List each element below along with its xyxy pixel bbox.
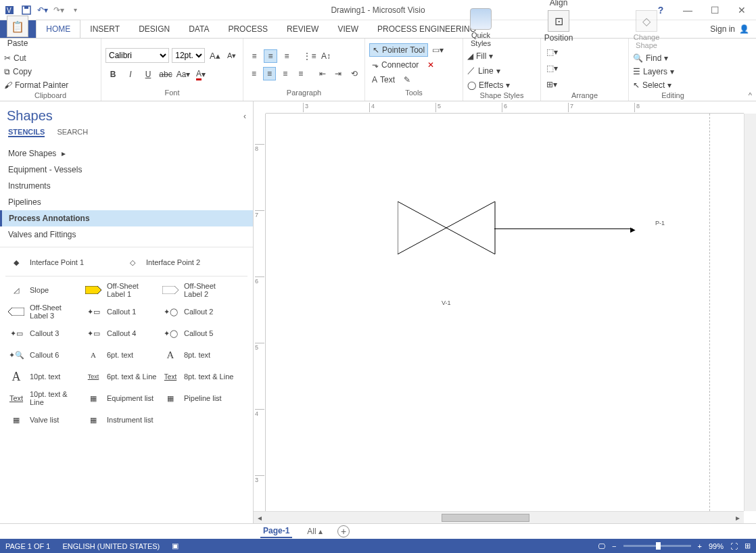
page-tab-all[interactable]: All ▴ [304,525,325,537]
shape-offsheet-label-2[interactable]: Off-Sheet Label 2 [160,279,237,301]
grow-font-button[interactable]: A▴ [208,48,222,63]
align-top-button[interactable]: ≡ [247,49,261,63]
zoom-out-button[interactable]: − [612,542,616,550]
rectangle-tool-button[interactable]: ▭▾ [431,43,444,57]
stencil-process-annotations[interactable]: Process Annotations [0,210,253,226]
connector-tool-button[interactable]: ⬎Connector [369,59,421,71]
layers-button[interactable]: ☰Layers▾ [633,66,674,78]
find-button[interactable]: 🔍Find▾ [633,52,674,64]
tab-data[interactable]: DATA [179,20,218,38]
quick-styles-button[interactable]: Quick Styles [467,8,494,47]
paste-button[interactable]: 📋 Paste [4,16,31,48]
font-color-button[interactable]: A▾ [193,67,208,82]
qat-customize-icon[interactable]: ▾ [69,4,81,16]
bold-button[interactable]: B [105,67,120,82]
save-icon[interactable] [20,4,32,16]
shape-callout-4[interactable]: ✦▭Callout 4 [82,322,160,344]
vertical-scrollbar[interactable] [744,114,756,511]
shape-10pt-text-line[interactable]: Text10pt. text & Line [5,387,82,409]
zoom-level[interactable]: 99% [709,542,724,550]
effects-button[interactable]: ◯Effects▾ [467,79,510,91]
align-justify-button[interactable]: ≡ [294,67,307,80]
send-back-button[interactable]: ⬚▾ [545,62,559,75]
align-right-button[interactable]: ≡ [279,67,291,80]
bullets-button[interactable]: ⋮≡ [303,49,316,63]
stencil-pipelines[interactable]: Pipelines [8,194,245,210]
shape-callout-6[interactable]: ✦🔍Callout 6 [5,344,82,366]
shape-callout-3[interactable]: ✦▭Callout 3 [5,322,82,344]
tab-view[interactable]: VIEW [328,20,368,38]
fit-page-icon[interactable]: ⛶ [730,542,738,550]
horizontal-scrollbar[interactable]: ◂ ▸ [254,511,744,523]
font-size-combo[interactable]: 12pt. [172,48,205,63]
add-page-button[interactable]: + [337,525,350,537]
shape-6pt-text[interactable]: A6pt. text [82,344,160,366]
presentation-mode-icon[interactable]: 🖵 [598,542,605,550]
shape-interface-point-2[interactable]: ◇Interface Point 2 [122,251,238,273]
shape-8pt-text[interactable]: A8pt. text [160,344,237,366]
zoom-in-button[interactable]: + [698,542,702,550]
format-painter-button[interactable]: 🖌Format Painter [4,79,68,91]
shape-slope[interactable]: ◿Slope [5,279,82,301]
line-button[interactable]: ／Line▾ [467,64,510,78]
text-tool-button[interactable]: AText [369,74,398,86]
change-shape-button[interactable]: ◇Change Shape [633,10,660,49]
decrease-indent-button[interactable]: ⇤ [316,67,329,80]
redo-icon[interactable]: ↷▾ [53,4,65,16]
scroll-right-button[interactable]: ▸ [732,513,744,523]
more-shapes-item[interactable]: More Shapes▸ [8,145,245,162]
stencils-tab[interactable]: STENCILS [8,128,45,137]
shrink-font-button[interactable]: A▾ [225,48,239,63]
undo-icon[interactable]: ↶▾ [37,4,49,16]
align-button[interactable]: ⊞Align [545,0,572,7]
shape-equipment-list[interactable]: ▦Equipment list [82,387,160,409]
search-tab[interactable]: SEARCH [57,128,88,137]
tab-process[interactable]: PROCESS [218,20,277,38]
font-name-combo[interactable]: Calibri [105,48,169,63]
drawing-canvas[interactable]: V-1 ▶ P-1 [266,114,744,511]
stencil-valves-fittings[interactable]: Valves and Fittings [8,226,245,243]
increase-indent-button[interactable]: ⇥ [332,67,345,80]
shape-6pt-text-line[interactable]: Text6pt. text & Line [82,366,160,387]
scroll-thumb[interactable] [442,514,529,522]
select-button[interactable]: ↖Select▾ [633,79,674,91]
shape-instrument-list[interactable]: ▦Instrument list [82,409,160,431]
align-left-button[interactable]: ≡ [247,67,260,80]
zoom-slider[interactable] [623,545,691,547]
shape-callout-2[interactable]: ✦◯Callout 2 [160,301,237,322]
cut-button[interactable]: ✂Cut [4,52,68,64]
italic-button[interactable]: I [123,67,138,82]
status-language[interactable]: ENGLISH (UNITED STATES) [62,542,160,550]
rotate-text-button[interactable]: ⟲ [348,67,360,80]
shape-8pt-text-line[interactable]: Text8pt. text & Line [160,366,237,387]
underline-button[interactable]: U [141,67,156,82]
shapes-collapse-button[interactable]: ‹ [243,112,246,121]
shape-valve-list[interactable]: ▦Valve list [5,409,82,431]
group-button[interactable]: ⊞▾ [545,78,559,91]
shape-offsheet-label-1[interactable]: Off-Sheet Label 1 [82,279,160,301]
shape-interface-point-1[interactable]: ◆Interface Point 1 [5,251,122,273]
valve-shape[interactable] [398,201,496,256]
freeform-tool-button[interactable]: ✎ [400,73,414,87]
pipe-connector[interactable] [494,229,633,229]
switch-windows-icon[interactable]: ⊞ [745,542,751,550]
bring-front-button[interactable]: ⬚▾ [545,45,559,59]
tab-design[interactable]: DESIGN [129,20,179,38]
connection-point-button[interactable]: ✕ [424,58,438,72]
stencil-equipment-vessels[interactable]: Equipment - Vessels [8,162,245,178]
stencil-instruments[interactable]: Instruments [8,178,245,194]
macro-recorder-icon[interactable]: ▣ [172,542,179,550]
collapse-ribbon-button[interactable]: ^ [749,91,752,99]
align-center-button[interactable]: ≡ [263,67,276,80]
close-button[interactable]: ✕ [732,3,752,17]
shape-pipeline-list[interactable]: ▦Pipeline list [160,387,237,409]
shape-callout-1[interactable]: ✦▭Callout 1 [82,301,160,322]
scroll-left-button[interactable]: ◂ [254,513,266,523]
text-direction-button[interactable]: A↕ [319,49,333,63]
pointer-tool-button[interactable]: ↖Pointer Tool [369,43,428,57]
shape-callout-5[interactable]: ✦◯Callout 5 [160,322,237,344]
fill-button[interactable]: ◢Fill▾ [467,50,510,62]
strikethrough-button[interactable]: abc [158,67,173,82]
shape-offsheet-label-3[interactable]: Off-Sheet Label 3 [5,301,82,322]
change-case-button[interactable]: Aa▾ [176,67,191,82]
